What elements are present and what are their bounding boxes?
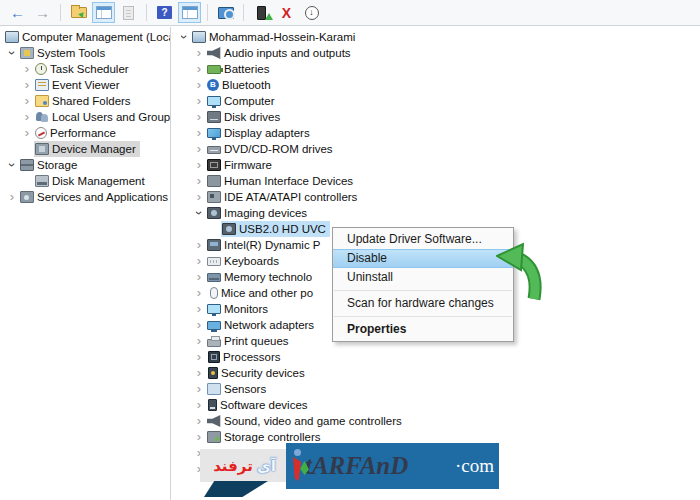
chevron-collapsed-icon[interactable]: ›: [192, 270, 206, 284]
forward-button[interactable]: →: [31, 2, 54, 23]
chevron-collapsed-icon[interactable]: ›: [5, 190, 19, 204]
tree-item[interactable]: ›System Tools: [0, 45, 170, 61]
tree-item[interactable]: ›Shared Folders: [0, 93, 170, 109]
chevron-collapsed-icon[interactable]: ›: [20, 126, 34, 140]
console-window-button[interactable]: [178, 2, 201, 23]
tree-item[interactable]: ›Bluetooth: [172, 77, 700, 93]
chevron-collapsed-icon[interactable]: ›: [192, 302, 206, 316]
tree-item-content: Sensors: [206, 381, 270, 397]
tree-item-content: Shared Folders: [34, 93, 135, 109]
tree-item[interactable]: ›Task Scheduler: [0, 61, 170, 77]
toolbar-separator: [146, 4, 147, 21]
tree-item-content: Software devices: [206, 397, 312, 413]
tree-item[interactable]: ›Disk drives: [172, 109, 700, 125]
event-icon: [35, 79, 49, 91]
tree-item[interactable]: ›Audio inputs and outputs: [172, 45, 700, 61]
chevron-collapsed-icon[interactable]: ›: [192, 398, 206, 412]
disable-button[interactable]: ↓: [300, 2, 323, 23]
tree-item[interactable]: ›Computer: [172, 93, 700, 109]
tree-item[interactable]: ›Processors: [172, 349, 700, 365]
chevron-collapsed-icon[interactable]: ›: [192, 254, 206, 268]
console-tree-toggle-button[interactable]: [92, 2, 115, 23]
export-list-button[interactable]: [117, 2, 140, 23]
tree-item[interactable]: ›Software devices: [172, 397, 700, 413]
tree-item-content: Monitors: [206, 301, 272, 317]
help-button[interactable]: ?: [153, 2, 176, 23]
chevron-collapsed-icon[interactable]: ›: [192, 142, 206, 156]
tree-item[interactable]: ›Services and Applications: [0, 189, 170, 205]
chevron-collapsed-icon[interactable]: ›: [192, 190, 206, 204]
sensors-icon: [207, 383, 221, 395]
tree-item[interactable]: ›Batteries: [172, 61, 700, 77]
tree-item[interactable]: ›Performance: [0, 125, 170, 141]
chevron-collapsed-icon[interactable]: ›: [20, 110, 34, 124]
tree-item[interactable]: ›Local Users and Groups: [0, 109, 170, 125]
remote-computer-search-icon: [218, 7, 234, 19]
chevron-collapsed-icon[interactable]: ›: [20, 78, 34, 92]
chevron-collapsed-icon[interactable]: ›: [192, 334, 206, 348]
tree-item[interactable]: ›DVD/CD-ROM drives: [172, 141, 700, 157]
menu-item-scan-for-hardware-changes[interactable]: Scan for hardware changes: [333, 294, 513, 313]
tree-item-content: Sound, video and game controllers: [206, 413, 406, 429]
tree-item-label: USB2.0 HD UVC: [236, 223, 326, 235]
tree-item[interactable]: ›Event Viewer: [0, 77, 170, 93]
chevron-collapsed-icon[interactable]: ›: [192, 78, 206, 92]
tree-item[interactable]: Device Manager: [0, 141, 170, 157]
uninstall-button[interactable]: X: [275, 2, 298, 23]
menu-item-disable[interactable]: Disable: [333, 249, 513, 268]
menu-item-update-driver-software[interactable]: Update Driver Software...: [333, 230, 513, 249]
ide-icon: [207, 191, 221, 203]
chevron-collapsed-icon[interactable]: ›: [192, 382, 206, 396]
chevron-collapsed-icon[interactable]: ›: [192, 430, 206, 444]
tree-item[interactable]: ›Security devices: [172, 365, 700, 381]
tree-item[interactable]: ›Sound, video and game controllers: [172, 413, 700, 429]
menu-item-properties[interactable]: Properties: [333, 320, 513, 339]
audio-icon: [207, 47, 221, 59]
tree-item[interactable]: Computer Management (Local: [0, 29, 170, 45]
tree-item-content: Computer Management (Local: [4, 29, 171, 45]
tree-item-label: DVD/CD-ROM drives: [221, 143, 333, 155]
monitor-icon: [207, 304, 221, 314]
uninstall-x-icon: X: [282, 6, 291, 20]
bluetooth-icon: [207, 79, 219, 91]
tree-item[interactable]: ›Display adapters: [172, 125, 700, 141]
chevron-collapsed-icon[interactable]: ›: [192, 94, 206, 108]
tree-item-content: Task Scheduler: [34, 61, 133, 77]
chevron-collapsed-icon[interactable]: ›: [192, 318, 206, 332]
tree-item[interactable]: ›Sensors: [172, 381, 700, 397]
tree-item[interactable]: ›Storage: [0, 157, 170, 173]
menu-item-uninstall[interactable]: Uninstall: [333, 268, 513, 287]
chevron-collapsed-icon[interactable]: ›: [192, 238, 206, 252]
tree-item[interactable]: ›Human Interface Devices: [172, 173, 700, 189]
tree-item[interactable]: ›IDE ATA/ATAPI controllers: [172, 189, 700, 205]
chevron-expanded-icon[interactable]: ›: [177, 30, 191, 44]
chevron-expanded-icon[interactable]: ›: [192, 206, 206, 220]
chevron-collapsed-icon[interactable]: ›: [192, 158, 206, 172]
scan-hardware-button[interactable]: [214, 2, 237, 23]
chevron-collapsed-icon[interactable]: ›: [20, 62, 34, 76]
services-icon: [20, 191, 34, 203]
tree-item[interactable]: Disk Management: [0, 173, 170, 189]
chevron-collapsed-icon[interactable]: ›: [192, 62, 206, 76]
tree-item[interactable]: ›Mohammad-Hossein-Karami: [172, 29, 700, 45]
back-button[interactable]: ←: [6, 2, 29, 23]
chevron-expanded-icon[interactable]: ›: [5, 158, 19, 172]
software-icon: [208, 399, 217, 411]
context-menu: Update Driver Software...DisableUninstal…: [332, 227, 514, 342]
chevron-collapsed-icon[interactable]: ›: [192, 286, 206, 300]
tree-item[interactable]: ›Imaging devices: [172, 205, 700, 221]
chevron-collapsed-icon[interactable]: ›: [192, 350, 206, 364]
tree-item-label: Mohammad-Hossein-Karami: [206, 31, 355, 43]
update-driver-button[interactable]: [250, 2, 273, 23]
open-folder-button[interactable]: [67, 2, 90, 23]
chevron-collapsed-icon[interactable]: ›: [192, 126, 206, 140]
chevron-collapsed-icon[interactable]: ›: [192, 110, 206, 124]
chevron-collapsed-icon[interactable]: ›: [192, 46, 206, 60]
chevron-collapsed-icon[interactable]: ›: [192, 414, 206, 428]
chevron-expanded-icon[interactable]: ›: [5, 46, 19, 60]
chevron-collapsed-icon[interactable]: ›: [192, 174, 206, 188]
chevron-collapsed-icon[interactable]: ›: [192, 366, 206, 380]
chevron-collapsed-icon[interactable]: ›: [20, 94, 34, 108]
tree-item[interactable]: ›Firmware: [172, 157, 700, 173]
tree-item-label: Sensors: [221, 383, 266, 395]
